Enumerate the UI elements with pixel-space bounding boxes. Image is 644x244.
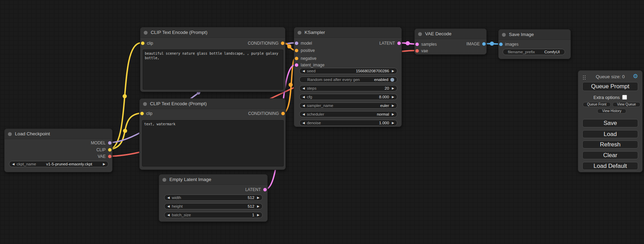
collapse-dot[interactable] <box>8 132 12 136</box>
input-slot-samples[interactable]: samples <box>415 41 437 48</box>
clip-slot-dot[interactable] <box>108 148 112 152</box>
height-widget[interactable]: ◀ height 512 ▶ <box>164 203 263 209</box>
increment-icon[interactable]: ▶ <box>392 103 394 108</box>
node-title-bar[interactable]: Save Image <box>499 29 571 40</box>
node-ksampler[interactable]: KSampler model LATENT positive negative … <box>294 27 402 127</box>
extra-options-checkbox[interactable] <box>622 95 627 100</box>
cfg-widget[interactable]: ◀ cfg 8.000 ▶ <box>299 94 397 100</box>
load-default-button[interactable]: Load Default <box>582 162 638 170</box>
queue-prompt-button[interactable]: Queue Prompt <box>582 82 638 91</box>
input-slot-latent-image[interactable]: latent_image <box>295 62 325 69</box>
node-title-bar[interactable]: KSampler <box>294 27 402 38</box>
input-slot-images[interactable]: images <box>499 41 519 48</box>
save-button[interactable]: Save <box>582 119 638 127</box>
vae-slot-dot[interactable] <box>108 155 112 158</box>
increment-icon[interactable]: ▶ <box>392 94 394 100</box>
node-save-image[interactable]: Save Image images filename_prefix ComfyU… <box>498 29 571 59</box>
decrement-icon[interactable]: ◀ <box>302 94 305 100</box>
decrement-icon[interactable]: ◀ <box>302 111 305 117</box>
image-slot-dot[interactable] <box>482 42 486 46</box>
increment-icon[interactable]: ▶ <box>257 204 259 209</box>
node-title-bar[interactable]: CLIP Text Encode (Prompt) <box>140 27 285 38</box>
steps-widget[interactable]: ◀ steps 20 ▶ <box>299 85 397 91</box>
output-slot-latent[interactable]: LATENT <box>245 186 267 193</box>
increment-icon[interactable]: ▶ <box>257 212 259 218</box>
settings-gear-icon[interactable]: ⚙ <box>633 73 638 80</box>
input-slot-model[interactable]: model <box>295 40 312 47</box>
node-clip-text-encode-positive[interactable]: CLIP Text Encode (Prompt) clip CONDITION… <box>140 27 285 92</box>
load-button[interactable]: Load <box>582 130 638 138</box>
increment-icon[interactable]: ▶ <box>392 111 394 117</box>
node-title-bar[interactable]: Empty Latent Image <box>159 174 267 185</box>
comfyui-canvas[interactable]: { "colors": { "model": "#B39DDB", "clip"… <box>0 0 644 244</box>
view-history-button[interactable]: View History <box>597 109 626 114</box>
denoise-widget[interactable]: ◀ denoise 1.000 ▶ <box>299 120 397 126</box>
latent-slot-dot[interactable] <box>295 63 298 67</box>
clip-slot-dot[interactable] <box>140 112 144 115</box>
increment-icon[interactable]: ▶ <box>103 161 105 167</box>
collapse-dot[interactable] <box>418 32 422 36</box>
input-slot-clip[interactable]: clip <box>141 40 153 47</box>
increment-icon[interactable]: ▶ <box>257 195 259 200</box>
collapse-dot[interactable] <box>143 102 147 106</box>
model-slot-dot[interactable] <box>295 42 298 45</box>
decrement-icon[interactable]: ◀ <box>302 103 305 108</box>
node-empty-latent-image[interactable]: Empty Latent Image LATENT ◀ width 512 ▶ … <box>159 174 268 222</box>
clear-button[interactable]: Clear <box>582 151 638 159</box>
image-slot-dot[interactable] <box>499 43 503 46</box>
output-slot-model[interactable]: MODEL <box>91 139 112 146</box>
toggle-knob[interactable] <box>390 78 394 82</box>
input-slot-positive[interactable]: positive <box>295 47 315 54</box>
view-queue-button[interactable]: View Queue <box>612 102 641 107</box>
negative-prompt-textarea[interactable]: text, watermark <box>142 120 284 166</box>
increment-icon[interactable]: ▶ <box>392 85 394 91</box>
increment-icon[interactable]: ▶ <box>392 120 394 126</box>
decrement-icon[interactable]: ◀ <box>167 195 170 200</box>
conditioning-slot-dot[interactable] <box>281 112 285 115</box>
node-title-bar[interactable]: Load Checkpoint <box>5 129 112 139</box>
decrement-icon[interactable]: ◀ <box>167 212 170 218</box>
latent-slot-dot[interactable] <box>415 43 419 46</box>
node-load-checkpoint[interactable]: Load Checkpoint MODEL CLIP VAE ◀ ckpt_na… <box>4 128 113 172</box>
decrement-icon[interactable]: ◀ <box>302 68 305 74</box>
increment-icon[interactable]: ▶ <box>392 68 394 74</box>
latent-slot-dot[interactable] <box>397 42 401 45</box>
output-slot-conditioning[interactable]: CONDITIONING <box>248 110 285 117</box>
decrement-icon[interactable]: ◀ <box>302 85 305 91</box>
input-slot-negative[interactable]: negative <box>295 55 316 62</box>
vae-slot-dot[interactable] <box>415 49 419 53</box>
sampler-name-widget[interactable]: ◀ sampler_name euler ▶ <box>299 102 397 109</box>
output-slot-conditioning[interactable]: CONDITIONING <box>248 40 284 47</box>
output-slot-image[interactable]: IMAGE <box>466 40 486 47</box>
node-title-bar[interactable]: VAE Decode <box>415 29 486 39</box>
collapse-dot[interactable] <box>144 31 148 35</box>
decrement-icon[interactable]: ◀ <box>167 204 170 209</box>
model-slot-dot[interactable] <box>108 141 112 145</box>
node-vae-decode[interactable]: VAE Decode samples IMAGE vae <box>414 28 487 55</box>
clip-slot-dot[interactable] <box>141 42 144 45</box>
random-seed-widget[interactable]: Random seed after every gen enabled <box>299 76 397 83</box>
input-slot-vae[interactable]: vae <box>415 47 428 54</box>
node-clip-text-encode-negative[interactable]: CLIP Text Encode (Prompt) clip CONDITION… <box>139 98 286 170</box>
collapse-dot[interactable] <box>162 178 166 182</box>
decrement-icon[interactable]: ◀ <box>302 120 305 126</box>
output-slot-latent[interactable]: LATENT <box>379 40 401 47</box>
decrement-icon[interactable]: ◀ <box>12 161 15 167</box>
conditioning-slot-dot[interactable] <box>281 42 284 45</box>
collapse-dot[interactable] <box>502 33 506 37</box>
output-slot-vae[interactable]: VAE <box>98 153 112 160</box>
scheduler-widget[interactable]: ◀ scheduler normal ▶ <box>299 111 397 117</box>
ckpt-name-widget[interactable]: ◀ ckpt_name v1-5-pruned-emaonly.ckpt ▶ <box>9 161 108 167</box>
batch-size-widget[interactable]: ◀ batch_size 1 ▶ <box>164 212 263 218</box>
filename-prefix-widget[interactable]: filename_prefix ComfyUI <box>503 49 565 55</box>
seed-widget[interactable]: ◀ seed 156680208700286 ▶ <box>299 68 397 74</box>
queue-front-button[interactable]: Queue Front <box>583 102 611 107</box>
refresh-button[interactable]: Refresh <box>582 141 638 148</box>
node-title-bar[interactable]: CLIP Text Encode (Prompt) <box>140 99 285 109</box>
output-slot-clip[interactable]: CLIP <box>96 146 112 153</box>
width-widget[interactable]: ◀ width 512 ▶ <box>164 195 263 201</box>
latent-slot-dot[interactable] <box>263 188 267 191</box>
collapse-dot[interactable] <box>298 31 301 35</box>
conditioning-slot-dot[interactable] <box>295 49 298 52</box>
positive-prompt-textarea[interactable]: beautiful scenery nature glass bottle la… <box>143 49 283 90</box>
